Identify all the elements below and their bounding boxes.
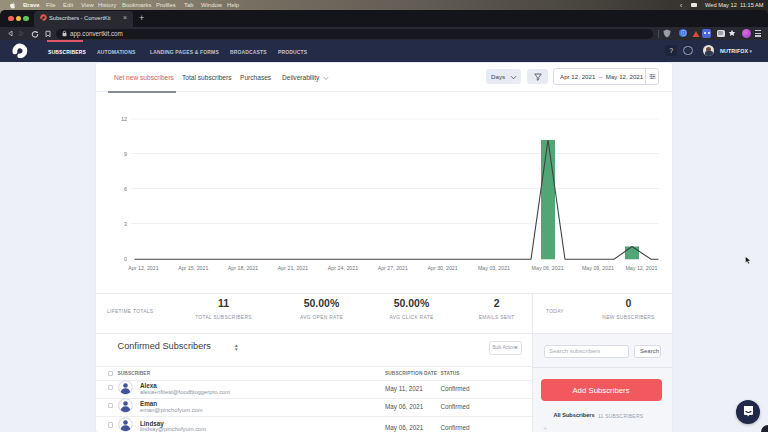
svg-text:Apr 21, 2021: Apr 21, 2021: [278, 265, 308, 271]
svg-text:Apr 24, 2021: Apr 24, 2021: [328, 265, 358, 271]
svg-text:9: 9: [124, 151, 127, 157]
svg-text:May 06, 2021: May 06, 2021: [532, 265, 564, 271]
svg-text:May 03, 2021: May 03, 2021: [478, 265, 510, 271]
svg-text:12: 12: [121, 116, 127, 122]
svg-text:May 09, 2021: May 09, 2021: [582, 265, 614, 271]
svg-text:Apr 15, 2021: Apr 15, 2021: [178, 265, 208, 271]
svg-text:Apr 12, 2021: Apr 12, 2021: [128, 265, 158, 271]
svg-text:Apr 30, 2021: Apr 30, 2021: [427, 265, 457, 271]
svg-text:3: 3: [124, 221, 127, 227]
svg-text:May 12, 2021: May 12, 2021: [625, 265, 657, 271]
svg-text:0: 0: [124, 256, 127, 262]
svg-text:6: 6: [124, 186, 127, 192]
svg-text:Apr 27, 2021: Apr 27, 2021: [378, 265, 408, 271]
svg-text:Apr 18, 2021: Apr 18, 2021: [228, 265, 258, 271]
